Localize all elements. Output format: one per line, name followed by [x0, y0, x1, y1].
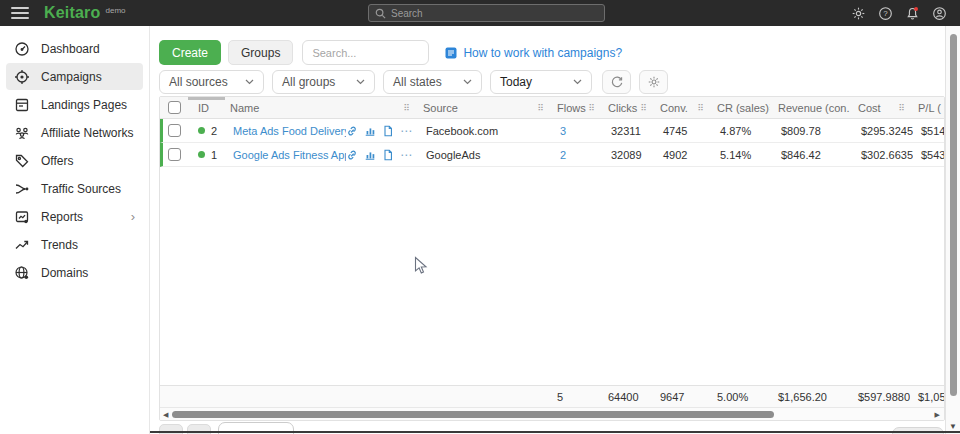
copy-link-icon[interactable] [346, 149, 358, 161]
column-header-cr[interactable]: CR (sales)⠿ [709, 97, 770, 118]
report-file-icon[interactable] [382, 149, 394, 161]
totals-row: 5 64400 9647 5.00% $1,656.20 $597.9880 $… [160, 385, 944, 407]
groups-filter-value: All groups [282, 75, 335, 89]
column-header-flows[interactable]: Flows⠿ [549, 97, 600, 118]
totals-cost: $597.9880 [850, 386, 910, 407]
campaign-source: Facebook.com [418, 119, 552, 142]
app-logo: Keitaro [44, 4, 101, 22]
campaign-id: 1 [211, 149, 217, 161]
sidebar-item-traffic-sources[interactable]: Traffic Sources [6, 175, 143, 202]
pl-value: $543 [913, 143, 944, 166]
flows-link[interactable]: 2 [560, 149, 566, 161]
sidebar-item-affiliate-networks[interactable]: Affiliate Networks [6, 119, 143, 146]
scroll-down-arrow-icon[interactable]: ▼ [949, 422, 957, 431]
column-header-conv[interactable]: Conv.⠿ [652, 97, 709, 118]
sidebar-item-label: Trends [41, 238, 78, 252]
how-to-work-link[interactable]: How to work with campaigns? [463, 46, 622, 60]
groups-button[interactable]: Groups [228, 40, 293, 65]
totals-clicks: 64400 [600, 386, 652, 407]
campaign-id: 2 [211, 125, 217, 137]
table-settings-button[interactable] [639, 70, 668, 94]
sidebar-item-campaigns[interactable]: Campaigns [6, 63, 143, 90]
refresh-button[interactable] [602, 70, 631, 94]
book-icon [445, 47, 457, 59]
sidebar-item-trends[interactable]: Trends [6, 231, 143, 258]
chevron-right-icon: › [131, 210, 135, 223]
column-header-pl[interactable]: P/L ( [910, 97, 944, 118]
drag-handle-icon[interactable]: ⠿ [403, 103, 409, 113]
copy-link-icon[interactable] [346, 125, 358, 137]
column-header-clicks[interactable]: Clicks⠿ [600, 97, 652, 118]
column-header-id[interactable]: ID [190, 97, 222, 118]
totals-cr: 5.00% [709, 386, 770, 407]
drag-handle-icon[interactable]: ⠿ [537, 103, 543, 113]
global-search-input[interactable] [391, 8, 598, 19]
table-row[interactable]: 1 Google Ads Fitness App Split ⋯ GoogleA… [160, 143, 944, 167]
sidebar-item-offers[interactable]: Offers [6, 147, 143, 174]
vertical-scrollbar-thumb[interactable] [950, 34, 957, 396]
vertical-scrollbar[interactable]: ▼ [945, 26, 960, 434]
chevron-down-icon [463, 79, 472, 85]
clicks-value: 32089 [603, 143, 655, 166]
campaigns-search-input[interactable] [302, 40, 429, 65]
groups-filter-select[interactable]: All groups [272, 70, 375, 94]
account-avatar-icon[interactable] [932, 6, 947, 21]
drag-handle-icon[interactable]: ⠿ [697, 103, 703, 113]
sidebar-item-domains[interactable]: Domains [6, 259, 143, 286]
table-header: ID Name⠿ Source⠿ Flows⠿ Clicks⠿ Conv.⠿ C… [160, 97, 944, 119]
filters-row: All sources All groups All states Today [159, 70, 668, 94]
column-header-revenue[interactable]: Revenue (con...⠿ [770, 97, 850, 118]
row-checkbox[interactable] [168, 148, 181, 161]
stats-chart-icon[interactable] [364, 125, 376, 137]
sources-filter-select[interactable]: All sources [159, 70, 264, 94]
scroll-right-arrow-icon[interactable]: ▶ [935, 410, 940, 419]
top-bar: Keitaro demo ? [0, 0, 960, 26]
conversions-value: 4745 [655, 119, 712, 142]
help-icon[interactable]: ? [878, 6, 893, 21]
hamburger-menu-icon[interactable] [11, 7, 29, 19]
campaigns-icon [14, 69, 30, 85]
drag-handle-icon[interactable]: ⠿ [640, 103, 646, 113]
create-button[interactable]: Create [159, 40, 221, 65]
global-search[interactable] [368, 4, 605, 22]
states-filter-select[interactable]: All states [383, 70, 482, 94]
sidebar-item-reports[interactable]: Reports › [6, 203, 143, 230]
campaign-name-link[interactable]: Google Ads Fitness App Split [233, 149, 346, 161]
report-file-icon[interactable] [382, 125, 394, 137]
horizontal-scrollbar[interactable]: ◀ ▶ [160, 407, 944, 420]
campaign-source: GoogleAds [418, 143, 552, 166]
table-row[interactable]: 2 Meta Ads Food Delivery Promo ⋯ Faceboo… [160, 119, 944, 143]
scroll-left-arrow-icon[interactable]: ◀ [163, 410, 168, 419]
topbar-icons: ? [851, 0, 947, 26]
stats-chart-icon[interactable] [364, 149, 376, 161]
id-sort-indicator [188, 97, 225, 100]
select-all-checkbox[interactable] [168, 101, 181, 114]
refresh-icon [610, 75, 624, 89]
drag-handle-icon[interactable]: ⠿ [588, 103, 594, 113]
clicks-value: 32311 [603, 119, 655, 142]
app-window: Keitaro demo ? [0, 0, 960, 434]
notifications-bell-icon[interactable] [905, 6, 920, 21]
row-checkbox[interactable] [168, 124, 181, 137]
column-header-source[interactable]: Source⠿ [415, 97, 549, 118]
campaign-name-link[interactable]: Meta Ads Food Delivery Promo [233, 125, 346, 137]
sidebar-item-label: Affiliate Networks [41, 126, 133, 140]
sidebar-item-landings-pages[interactable]: Landings Pages [6, 91, 143, 118]
sidebar-item-label: Dashboard [41, 42, 100, 56]
date-range-value: Today [500, 75, 532, 89]
drag-handle-icon[interactable]: ⠿ [898, 103, 904, 113]
column-header-name[interactable]: Name⠿ [222, 97, 415, 118]
sidebar-item-label: Offers [41, 154, 73, 168]
help-link-wrap[interactable]: How to work with campaigns? [445, 46, 622, 60]
flows-link[interactable]: 3 [560, 125, 566, 137]
sidebar-item-dashboard[interactable]: Dashboard [6, 35, 143, 62]
column-header-cost[interactable]: Cost⠿ [850, 97, 910, 118]
campaigns-toolbar: Create Groups How to work with campaigns… [159, 40, 622, 65]
gear-icon [647, 75, 661, 89]
settings-gear-icon[interactable] [851, 6, 866, 21]
date-range-select[interactable]: Today [490, 70, 592, 94]
totals-revenue: $1,656.20 [770, 386, 850, 407]
horizontal-scrollbar-thumb[interactable] [172, 411, 774, 418]
chevron-down-icon [573, 79, 582, 85]
revenue-value: $809.78 [773, 119, 853, 142]
